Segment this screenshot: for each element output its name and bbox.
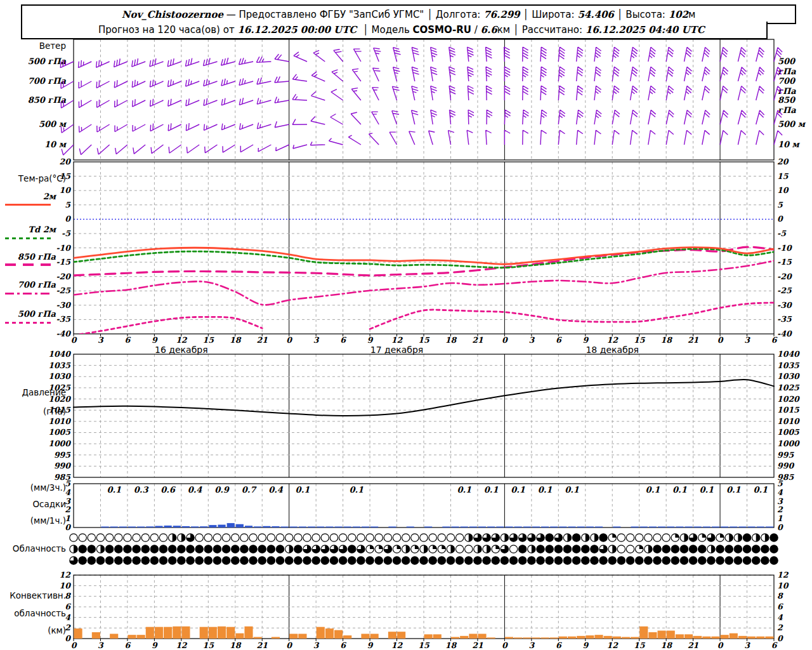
svg-text:15: 15	[634, 335, 646, 345]
svg-text:0: 0	[286, 335, 292, 345]
svg-text:2: 2	[777, 623, 783, 632]
svg-text:-30: -30	[56, 300, 71, 310]
svg-text:16 декабря: 16 декабря	[155, 345, 208, 355]
svg-text:5: 5	[777, 479, 783, 488]
svg-text:0.1: 0.1	[700, 485, 714, 494]
wind-barb-row-850 гПа	[61, 86, 782, 108]
svg-text:0.4: 0.4	[188, 485, 203, 494]
svg-text:12: 12	[607, 640, 619, 650]
svg-text:15: 15	[777, 171, 789, 181]
svg-text:3: 3	[528, 335, 535, 345]
svg-text:15: 15	[418, 335, 430, 345]
svg-text:21: 21	[688, 640, 699, 650]
svg-text:3: 3	[65, 496, 71, 506]
svg-text:9: 9	[367, 640, 374, 650]
svg-text:0.1: 0.1	[646, 485, 660, 494]
wind-barbs	[60, 47, 782, 155]
svg-text:0: 0	[717, 640, 724, 650]
svg-text:5: 5	[777, 200, 783, 209]
svg-text:20: 20	[60, 157, 72, 166]
wind-barb-row-500 гПа	[60, 47, 782, 68]
svg-text:12: 12	[391, 640, 403, 650]
svg-text:4: 4	[65, 488, 70, 497]
svg-text:0.4: 0.4	[268, 485, 284, 494]
svg-text:18: 18	[230, 335, 242, 345]
svg-text:0: 0	[71, 640, 77, 650]
svg-text:1015: 1015	[48, 405, 71, 415]
svg-text:10: 10	[777, 581, 789, 590]
svg-text:0: 0	[286, 640, 292, 650]
svg-text:1: 1	[777, 514, 783, 523]
svg-text:0.1: 0.1	[753, 485, 768, 494]
svg-text:1030: 1030	[777, 371, 800, 381]
svg-text:-40: -40	[777, 329, 792, 338]
svg-text:4: 4	[65, 613, 70, 622]
svg-text:21: 21	[688, 335, 699, 345]
svg-text:18: 18	[445, 335, 457, 345]
svg-text:18: 18	[230, 640, 242, 650]
svg-text:1010: 1010	[777, 416, 800, 426]
svg-text:1040: 1040	[777, 349, 800, 359]
svg-text:18 декабря: 18 декабря	[586, 345, 639, 355]
svg-text:6: 6	[340, 640, 346, 650]
svg-text:3: 3	[528, 640, 535, 650]
svg-text:15: 15	[203, 335, 215, 345]
wind-barb-row-10 м	[62, 130, 782, 155]
svg-text:6: 6	[777, 602, 783, 611]
svg-text:1030: 1030	[48, 371, 71, 381]
svg-text:0.1: 0.1	[350, 485, 364, 494]
cloudiness-rows	[70, 534, 778, 564]
svg-text:2: 2	[65, 623, 71, 632]
svg-text:6: 6	[340, 335, 346, 345]
svg-text:1040: 1040	[48, 349, 71, 359]
svg-text:0.1: 0.1	[565, 485, 579, 494]
svg-text:0: 0	[65, 214, 71, 223]
svg-text:1000: 1000	[48, 439, 71, 448]
svg-text:9: 9	[152, 335, 158, 345]
svg-text:995: 995	[777, 450, 794, 460]
svg-text:1020: 1020	[48, 394, 71, 404]
svg-text:20: 20	[777, 157, 789, 166]
svg-text:3: 3	[744, 640, 750, 650]
svg-text:3: 3	[98, 335, 104, 345]
svg-text:0: 0	[65, 522, 71, 532]
svg-text:12: 12	[60, 570, 72, 580]
svg-text:0: 0	[717, 335, 724, 345]
svg-text:0.1: 0.1	[726, 485, 741, 494]
svg-text:6: 6	[771, 640, 778, 650]
svg-text:3: 3	[777, 496, 783, 506]
svg-text:-35: -35	[777, 314, 792, 324]
svg-text:4: 4	[777, 613, 783, 622]
svg-text:0: 0	[777, 214, 783, 223]
precipitation-chart: 0.10.30.60.40.90.70.40.10.10.10.10.10.10…	[101, 485, 773, 527]
wind-barb-row-500 м	[61, 110, 782, 133]
svg-text:-15: -15	[777, 257, 792, 267]
svg-text:3: 3	[98, 640, 104, 650]
svg-text:21: 21	[472, 640, 483, 650]
svg-text:18: 18	[660, 335, 672, 345]
svg-text:990: 990	[777, 461, 794, 470]
svg-text:18: 18	[660, 640, 672, 650]
svg-text:1020: 1020	[777, 394, 800, 404]
svg-text:5: 5	[65, 479, 71, 488]
svg-text:3: 3	[313, 640, 320, 650]
svg-text:8: 8	[65, 591, 71, 600]
svg-text:1000: 1000	[777, 439, 800, 448]
svg-text:990: 990	[54, 461, 71, 470]
svg-text:0.1: 0.1	[672, 485, 687, 494]
svg-text:-5: -5	[62, 229, 71, 238]
svg-text:8: 8	[777, 591, 783, 600]
svg-text:21: 21	[472, 335, 483, 345]
meteogram-page: Nov_Chistoozernoe — Предоставлено ФГБУ "…	[0, 0, 812, 650]
axis-labels: 2020151510105500-5-5-10-10-15-15-20-20-2…	[48, 157, 800, 650]
svg-text:0: 0	[777, 522, 783, 532]
svg-text:0: 0	[502, 640, 508, 650]
svg-text:6: 6	[65, 602, 71, 611]
svg-text:-15: -15	[56, 257, 71, 267]
svg-text:10: 10	[60, 185, 72, 195]
svg-text:10: 10	[777, 185, 789, 195]
svg-text:0.3: 0.3	[134, 485, 149, 494]
wind-barb-row-700 гПа	[61, 67, 782, 89]
svg-text:6: 6	[556, 640, 562, 650]
svg-text:-5: -5	[777, 229, 787, 238]
